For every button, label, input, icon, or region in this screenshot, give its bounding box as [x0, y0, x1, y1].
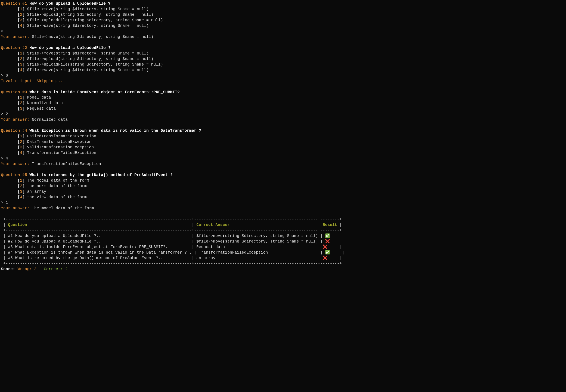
question-option: [1] $file->move(string $directory, strin…: [1, 51, 565, 56]
table-row: | #4 What Exception is thrown when data …: [1, 250, 565, 255]
terminal-output: Question #1 How do you upload a Uploaded…: [0, 0, 566, 273]
check-icon: ✅: [325, 234, 330, 238]
question-line: Question #4 What Exception is thrown whe…: [1, 128, 565, 134]
cross-icon: ❌: [323, 256, 328, 260]
question-option: [2] DataTransformationException: [1, 139, 565, 145]
prompt-line[interactable]: > 4: [1, 156, 565, 161]
question-option: [4] the view data of the form: [1, 195, 565, 200]
question-line: Question #1 How do you upload a Uploaded…: [1, 1, 565, 6]
question-line: Question #3 What data is inside FormEven…: [1, 89, 565, 95]
question-line: Question #2 How do you upload a Uploaded…: [1, 45, 565, 51]
question-option: [2] $file->upload(string $directory, str…: [1, 12, 565, 17]
prompt-line[interactable]: > 1: [1, 200, 565, 206]
table-border: +---------------------------------------…: [1, 217, 565, 222]
question-option: [3] $file->uploadFile(string $directory,…: [1, 17, 565, 23]
answer-feedback: Your answer: $file->move(string $directo…: [1, 34, 565, 40]
cross-icon: ❌: [323, 245, 328, 249]
question-option: [1] The model data of the form: [1, 178, 565, 183]
question-option: [3] an array: [1, 189, 565, 195]
question-line: Question #5 What is returned by the getD…: [1, 172, 565, 178]
table-row: | #5 What is returned by the getData() m…: [1, 255, 565, 261]
question-option: [2] Normalized data: [1, 100, 565, 106]
table-border: +---------------------------------------…: [1, 228, 565, 233]
question-option: [4] $file->save(string $directory, strin…: [1, 23, 565, 28]
question-option: [4] TransformationFailedException: [1, 150, 565, 156]
check-icon: ✅: [325, 250, 330, 255]
question-option: [1] $file->move(string $directory, strin…: [1, 6, 565, 12]
cross-icon: ❌: [325, 239, 330, 244]
answer-feedback: Your answer: The model data of the form: [1, 206, 565, 211]
answer-feedback: Your answer: Normalized data: [1, 117, 565, 123]
prompt-line[interactable]: > 2: [1, 112, 565, 117]
table-row: | #3 What data is inside FormEvent objec…: [1, 244, 565, 250]
table-header: | Question | Correct Answer | Result |: [1, 222, 565, 228]
question-option: [4] $file->save(string $directory, strin…: [1, 67, 565, 73]
question-option: [2] $file->upload(string $directory, str…: [1, 56, 565, 62]
answer-feedback: Your answer: TransformationFailedExcepti…: [1, 161, 565, 167]
prompt-line[interactable]: > 1: [1, 28, 565, 34]
score-line: Score: Wrong: 3 - Correct: 2: [1, 266, 565, 272]
question-option: [3] ValidTransformationException: [1, 145, 565, 150]
table-border: +---------------------------------------…: [1, 261, 565, 266]
prompt-line[interactable]: > 6: [1, 73, 565, 78]
question-option: [1] FailedTransformationException: [1, 134, 565, 139]
question-option: [1] Model data: [1, 95, 565, 100]
answer-feedback: Invalid input. Skipping...: [1, 78, 565, 84]
question-option: [2] the norm data of the form: [1, 183, 565, 189]
question-option: [3] Request data: [1, 106, 565, 112]
question-option: [3] $file->uploadFile(string $directory,…: [1, 62, 565, 67]
table-row: | #2 How do you upload a UploadedFile ?.…: [1, 239, 565, 244]
table-row: | #1 How do you upload a UploadedFile ?.…: [1, 233, 565, 239]
